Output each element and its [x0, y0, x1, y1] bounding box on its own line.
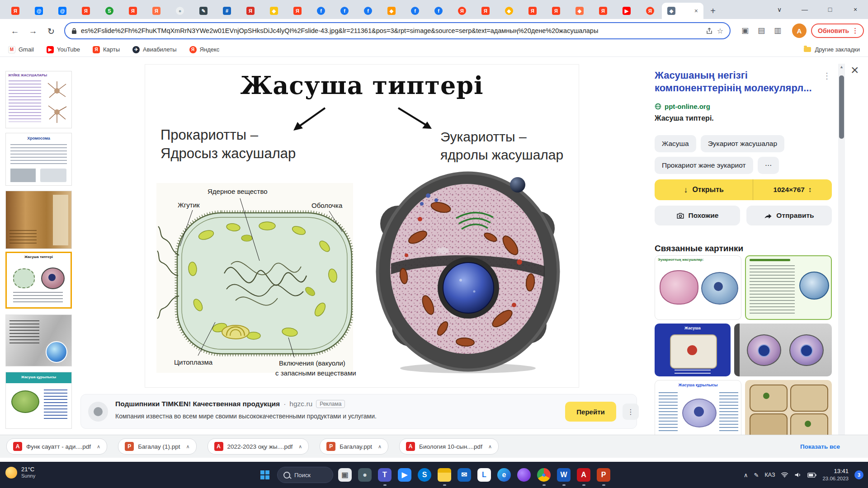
download-item[interactable]: A 2022-2023 оқу жы....pdf ∧ [208, 438, 309, 455]
browser-tab[interactable]: f [427, 3, 450, 19]
browser-tab[interactable]: f [309, 3, 333, 19]
ad-title-row[interactable]: Подшипники TIMKEN! Качественная продукци… [115, 400, 345, 408]
tag-chip[interactable]: ⋯ [758, 157, 779, 174]
share-icon[interactable] [706, 27, 713, 34]
send-button[interactable]: Отправить [746, 206, 832, 225]
slide-image[interactable]: Жасуша типтері Прокариотты – Ядросыз жас… [145, 65, 579, 387]
browser-tab[interactable]: ◆ [497, 3, 521, 19]
minimize-icon[interactable]: — [792, 0, 817, 19]
viewer-close-icon[interactable]: × [851, 63, 859, 77]
forward-icon[interactable]: → [25, 23, 41, 39]
taskbar-app-icon[interactable]: ● [536, 467, 552, 483]
browser-tab[interactable]: Я [239, 3, 262, 19]
browser-tab[interactable]: @ [27, 3, 51, 19]
tag-chip[interactable]: Жасуша [655, 135, 696, 152]
chevron-up-icon[interactable]: ∧ [298, 444, 302, 450]
browser-tab[interactable]: Я [450, 3, 474, 19]
browser-tab[interactable]: f [403, 3, 427, 19]
new-tab-button[interactable]: + [705, 3, 721, 19]
kebab-icon[interactable]: ⋮ [623, 404, 639, 420]
ad-banner[interactable]: Подшипники TIMKEN! Качественная продукци… [80, 394, 637, 429]
browser-tab[interactable]: f [333, 3, 356, 19]
slide-thumbnail-3[interactable] [5, 191, 72, 249]
related-image-1[interactable]: Эукариоттық жасушалар: [655, 255, 741, 320]
browser-tab[interactable]: Я [4, 3, 27, 19]
browser-tab[interactable]: S [98, 3, 121, 19]
show-all-downloads-button[interactable]: Показать все [800, 443, 840, 450]
active-tab[interactable]: ◆ × [662, 3, 703, 19]
browser-tab[interactable]: Я [544, 3, 568, 19]
tray-chevron-icon[interactable]: ∧ [744, 472, 748, 479]
scroll-up-icon[interactable]: ▲ [838, 65, 845, 69]
browser-tab[interactable]: Я [591, 3, 615, 19]
language-indicator[interactable]: КАЗ [764, 472, 775, 478]
kebab-icon[interactable]: ⋮ [823, 71, 831, 81]
browser-tab[interactable]: f [356, 3, 380, 19]
notification-badge[interactable]: 3 [854, 470, 863, 479]
scrollbar[interactable]: ▲ [838, 64, 845, 435]
taskbar-search[interactable]: Поиск [277, 467, 333, 483]
size-select[interactable]: 1024×767 ↕ [753, 179, 832, 200]
slide-thumbnail-6[interactable]: Жасуша құрылысы [5, 372, 72, 429]
browser-tab[interactable]: Я [474, 3, 497, 19]
tab-close-icon[interactable]: × [694, 7, 698, 14]
slide-thumbnail-1[interactable]: ЖҮЙКЕ ЖАСУШАЛАРЫ [5, 71, 72, 128]
image-title-link[interactable]: Жасушаның негізгі компоненттерінің молек… [655, 69, 816, 94]
browser-tab[interactable]: ● [168, 3, 192, 19]
similar-button[interactable]: Похожие [655, 206, 740, 225]
taskbar-app-icon[interactable]: L [476, 467, 492, 483]
open-button[interactable]: ↓ Открыть [655, 179, 753, 200]
browser-tab[interactable]: Я [638, 3, 662, 19]
related-image-6[interactable] [745, 380, 832, 435]
browser-tab[interactable]: ✎ [192, 3, 215, 19]
other-bookmarks[interactable]: Другие закладки [804, 46, 860, 53]
download-item[interactable]: A Функ сауатт - ади....pdf ∧ [6, 438, 107, 455]
taskbar-clock[interactable]: 13:41 23.06.2023 [822, 468, 849, 482]
chevron-up-icon[interactable]: ∧ [488, 444, 492, 450]
browser-tab[interactable]: ◆ [568, 3, 591, 19]
related-image-2[interactable] [745, 255, 832, 320]
bookmark-item[interactable]: M Gmail [8, 46, 34, 53]
browser-tab[interactable]: Я [74, 3, 98, 19]
taskbar-app-icon[interactable]: ▣ [337, 467, 353, 483]
profile-avatar[interactable]: A [792, 23, 807, 38]
download-item[interactable]: P Багалау (1).ppt ∧ [118, 438, 196, 455]
slide-thumbnail-2[interactable]: Хромосома [5, 133, 72, 186]
related-image-3[interactable]: Жасуша [655, 324, 731, 376]
volume-icon[interactable] [794, 472, 802, 478]
browser-tab[interactable]: ▶ [615, 3, 638, 19]
browser-tab[interactable]: # [215, 3, 239, 19]
back-icon[interactable]: ← [7, 23, 23, 39]
taskbar-app-icon[interactable] [436, 467, 453, 483]
extension-icon[interactable]: ▣ [741, 26, 749, 35]
taskbar-app-icon[interactable]: e [496, 467, 512, 483]
ad-cta-button[interactable]: Перейти [565, 402, 616, 422]
weather-widget[interactable]: 21°C Sunny [5, 466, 35, 479]
browser-tab[interactable]: ◆ [262, 3, 286, 19]
sidebar-icon[interactable]: ▥ [774, 26, 781, 35]
browser-tab[interactable]: Я [145, 3, 168, 19]
tag-chip[interactable]: Прокариот және эукариот [655, 157, 753, 174]
chevron-up-icon[interactable]: ∧ [378, 444, 382, 450]
scrollbar-thumb[interactable] [839, 75, 844, 139]
tag-chip[interactable]: Эукариот жасушалар [701, 135, 784, 152]
browser-tab[interactable]: Я [286, 3, 309, 19]
slide-thumbnail-5[interactable] [5, 314, 72, 366]
taskbar-app-icon[interactable]: ● [357, 467, 373, 483]
slide-thumbnail-4-selected[interactable]: Жасуша типтері [5, 252, 72, 309]
reading-list-icon[interactable]: ▤ [758, 26, 765, 35]
close-window-icon[interactable]: × [843, 0, 868, 19]
bookmark-star-icon[interactable]: ☆ [717, 27, 723, 35]
maximize-icon[interactable]: □ [817, 0, 843, 19]
browser-tab[interactable]: ◆ [380, 3, 403, 19]
wifi-icon[interactable] [781, 472, 788, 478]
related-image-4[interactable] [734, 324, 832, 376]
reload-icon[interactable]: ↻ [43, 23, 59, 39]
pen-icon[interactable]: ✎ [754, 472, 759, 479]
taskbar-app-icon[interactable]: ▶ [396, 467, 413, 483]
browser-tab[interactable]: Я [121, 3, 145, 19]
chevron-up-icon[interactable]: ∧ [186, 444, 189, 450]
browser-tab[interactable]: @ [51, 3, 74, 19]
related-image-5[interactable]: Жасуша құрылысы [655, 380, 741, 435]
bookmark-item[interactable]: Я Яндекс [189, 46, 220, 53]
